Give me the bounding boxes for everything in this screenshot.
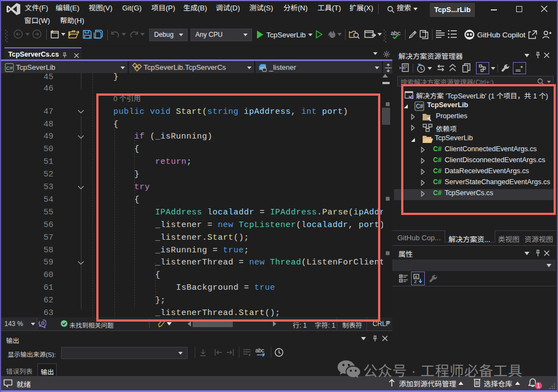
svg-text:abc: abc <box>255 347 264 354</box>
svg-text:C#: C# <box>6 65 13 71</box>
svg-text:abc: abc <box>391 30 401 36</box>
svg-text:A: A <box>415 274 418 279</box>
svg-text:Z: Z <box>414 279 417 284</box>
